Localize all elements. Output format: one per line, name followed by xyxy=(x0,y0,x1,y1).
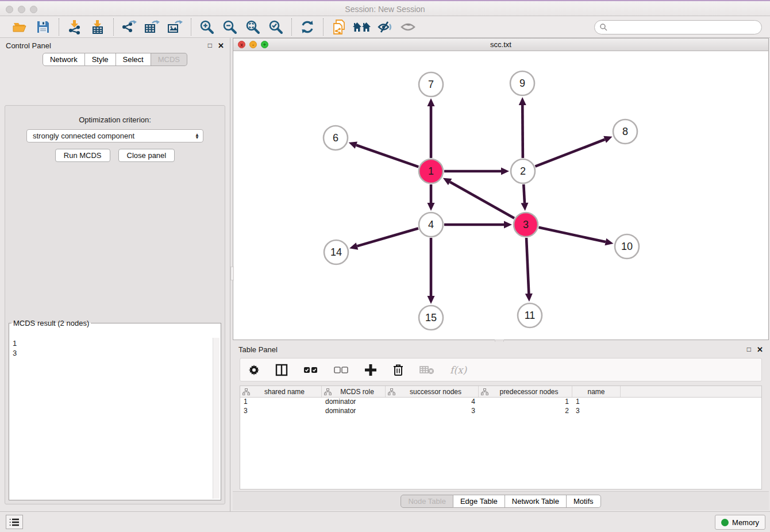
control-panel-tabs: NetworkStyleSelectMCDS xyxy=(0,53,230,66)
edge-3-10[interactable] xyxy=(538,228,605,242)
import-table-button[interactable] xyxy=(88,18,107,36)
node-label-4: 4 xyxy=(428,219,434,230)
cell-name[interactable]: 1 xyxy=(572,398,621,407)
import-network-button[interactable] xyxy=(65,18,84,36)
edge-1-6[interactable] xyxy=(356,145,418,167)
cell-MCDS-role[interactable]: dominator xyxy=(322,407,386,416)
zoom-selected-button[interactable] xyxy=(266,18,286,36)
cell-MCDS-role[interactable]: dominator xyxy=(322,398,386,407)
column-header-MCDS-role[interactable]: MCDS role xyxy=(322,386,386,397)
delete-column-button[interactable] xyxy=(392,361,404,379)
table-row[interactable]: 1dominator411 xyxy=(240,398,761,407)
tab-mcds[interactable]: MCDS xyxy=(151,53,187,66)
split-panel-button[interactable] xyxy=(275,361,288,379)
status-bar: Memory xyxy=(0,511,770,532)
tab-select[interactable]: Select xyxy=(116,53,151,66)
node-label-1: 1 xyxy=(428,165,434,177)
add-column-button[interactable] xyxy=(364,361,377,379)
column-header-successor-nodes[interactable]: successor nodes xyxy=(386,386,479,397)
cell-shared-name[interactable]: 3 xyxy=(240,407,322,416)
select-all-icon xyxy=(303,366,318,374)
table-toolbar: f(x) xyxy=(240,358,762,381)
trash-icon xyxy=(392,364,404,376)
maximize-view-icon[interactable]: + xyxy=(261,41,268,48)
save-session-button[interactable] xyxy=(33,18,53,36)
edge-3-11[interactable] xyxy=(526,238,529,294)
cell-name[interactable]: 3 xyxy=(572,407,621,416)
cell-successor-nodes[interactable]: 3 xyxy=(386,407,479,416)
node-label-11: 11 xyxy=(525,310,536,321)
table-tab-motifs[interactable]: Motifs xyxy=(567,495,601,508)
network-graph[interactable]: 7968124314101511 xyxy=(233,51,768,340)
cell-shared-name[interactable]: 1 xyxy=(240,398,322,407)
edge-4-14[interactable] xyxy=(357,228,418,246)
table-tab-node-table[interactable]: Node Table xyxy=(401,495,453,508)
zoom-in-button[interactable] xyxy=(197,18,217,36)
table-settings-button[interactable] xyxy=(248,361,260,379)
function-builder-button[interactable]: f(x) xyxy=(450,361,467,379)
table-row[interactable]: 3dominator323 xyxy=(240,407,761,416)
panel-divider-grip[interactable] xyxy=(230,267,234,280)
node-table[interactable]: shared nameMCDS rolesuccessor nodesprede… xyxy=(240,385,762,489)
delete-table-button[interactable] xyxy=(419,361,434,379)
table-tab-edge-table[interactable]: Edge Table xyxy=(453,495,505,508)
hide-selected-button[interactable] xyxy=(375,18,395,36)
close-panel-button[interactable]: Close panel xyxy=(118,149,175,162)
select-all-columns-button[interactable] xyxy=(303,361,318,379)
deselect-all-columns-button[interactable] xyxy=(334,361,349,379)
cell-predecessor-nodes[interactable]: 2 xyxy=(479,407,572,416)
column-header-predecessor-nodes[interactable]: predecessor nodes xyxy=(479,386,572,397)
refresh-button[interactable] xyxy=(298,18,317,36)
dropdown-value: strongly connected component xyxy=(33,132,134,140)
mcds-result-text: 1 3 xyxy=(10,338,213,499)
search-input[interactable] xyxy=(607,23,757,32)
first-neighbors-button[interactable] xyxy=(352,18,372,36)
network-window-titlebar[interactable]: x - + scc.txt xyxy=(233,38,768,51)
edge-2-8[interactable] xyxy=(535,140,605,167)
zoom-out-button[interactable] xyxy=(220,18,240,36)
task-history-button[interactable] xyxy=(6,515,23,529)
optimization-criterion-select[interactable]: strongly connected component ▲▼ xyxy=(26,129,203,142)
minimize-view-icon[interactable]: - xyxy=(249,41,257,48)
mcds-panel: Optimization criterion: strongly connect… xyxy=(5,105,225,504)
memory-button[interactable]: Memory xyxy=(715,515,765,530)
clone-network-button[interactable] xyxy=(329,18,349,36)
edge-3-1[interactable] xyxy=(450,182,514,218)
export-network-button[interactable] xyxy=(120,18,139,36)
show-all-button[interactable] xyxy=(398,18,418,36)
split-panel-icon xyxy=(275,364,288,376)
two-houses-icon xyxy=(352,20,372,34)
node-label-14: 14 xyxy=(330,246,342,258)
edge-2-9[interactable] xyxy=(522,105,523,158)
open-session-button[interactable] xyxy=(10,18,30,36)
close-table-panel-icon[interactable]: ✕ xyxy=(757,345,763,354)
export-image-button[interactable] xyxy=(165,18,185,36)
float-panel-icon[interactable]: □ xyxy=(208,41,212,49)
eye-icon xyxy=(400,20,416,34)
float-table-panel-icon[interactable]: □ xyxy=(747,345,751,353)
arrowhead-3-11 xyxy=(525,294,533,302)
zoom-fit-icon xyxy=(245,20,260,34)
close-view-icon[interactable]: x xyxy=(238,41,245,48)
zoom-fit-button[interactable] xyxy=(243,18,263,36)
close-panel-icon[interactable]: ✕ xyxy=(218,41,224,50)
edge-2-3[interactable] xyxy=(523,184,525,203)
arrowhead-2-3 xyxy=(521,203,528,211)
column-header-shared-name[interactable]: shared name xyxy=(240,386,322,397)
cell-successor-nodes[interactable]: 4 xyxy=(386,398,479,407)
result-scrollbar[interactable] xyxy=(213,338,220,499)
column-type-icon xyxy=(481,388,488,395)
cell-predecessor-nodes[interactable]: 1 xyxy=(479,398,572,407)
tab-network[interactable]: Network xyxy=(43,53,85,66)
run-mcds-button[interactable]: Run MCDS xyxy=(55,149,110,162)
network-canvas[interactable]: 7968124314101511 xyxy=(233,51,768,340)
arrowhead-1-6 xyxy=(349,141,357,148)
table-tab-network-table[interactable]: Network Table xyxy=(505,495,567,508)
tab-style[interactable]: Style xyxy=(85,53,116,66)
control-panel-title: Control Panel xyxy=(6,41,51,50)
mcds-result-title: MCDS result (2 nodes) xyxy=(11,319,91,327)
export-table-button[interactable] xyxy=(143,18,162,36)
search-field[interactable] xyxy=(594,20,762,34)
column-header-name[interactable]: name xyxy=(572,386,621,397)
memory-label: Memory xyxy=(732,518,759,527)
